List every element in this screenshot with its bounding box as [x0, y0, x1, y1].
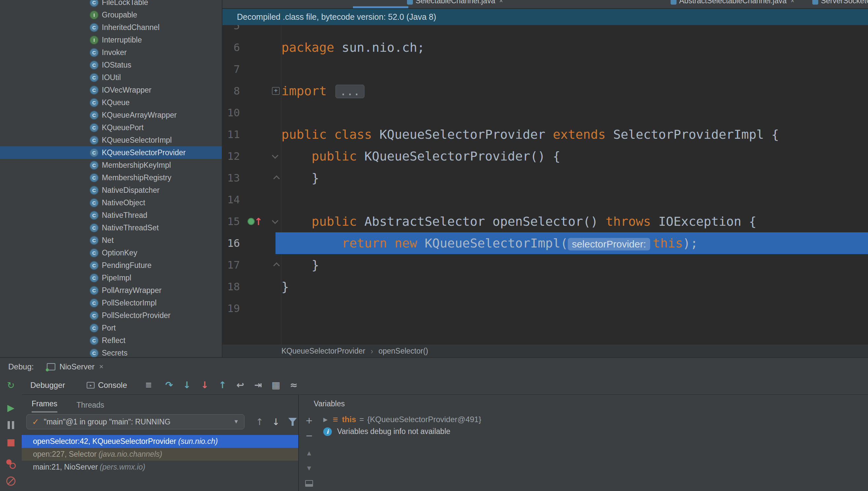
- fold-gutter[interactable]: [270, 219, 282, 224]
- variable-row[interactable]: ▶≡this={KQueueSelectorProvider@491}: [319, 412, 868, 426]
- editor-tab[interactable]: AbstractSelectableChannel.java×: [671, 0, 794, 8]
- tab-debugger[interactable]: Debugger: [30, 381, 65, 390]
- fold-open-icon[interactable]: [272, 218, 279, 224]
- view-options-icon[interactable]: ≡: [145, 379, 152, 391]
- tab-console[interactable]: ▸Console: [87, 381, 127, 390]
- tree-item-kqueuearraywrapper[interactable]: CKQueueArrayWrapper: [0, 109, 222, 121]
- line-number[interactable]: 12: [223, 150, 240, 163]
- expand-arrow-icon[interactable]: ▶: [323, 416, 327, 423]
- code-line-17[interactable]: 17 }: [223, 254, 868, 276]
- tree-item-reflect[interactable]: CReflect: [0, 334, 222, 347]
- tree-item-secrets[interactable]: CSecrets: [0, 347, 222, 357]
- step-into-icon[interactable]: ↓: [183, 380, 191, 391]
- fold-close-icon[interactable]: [273, 175, 280, 182]
- code-line-12[interactable]: 12 public KQueueSelectorProvider() {: [223, 145, 868, 167]
- fold-close-icon[interactable]: [273, 262, 280, 269]
- debug-session-tab[interactable]: NioServer ×: [47, 362, 104, 371]
- override-arrow-icon[interactable]: ↑: [254, 216, 262, 227]
- editor-tab[interactable]: ServerSocketChann×: [812, 0, 868, 8]
- stop-icon[interactable]: ■: [7, 437, 15, 447]
- tree-item-nativethreadset[interactable]: CNativeThreadSet: [0, 222, 222, 234]
- layout-settings-icon[interactable]: ≈: [290, 380, 297, 391]
- tree-item-ioutil[interactable]: CIOUtil: [0, 71, 222, 84]
- fold-gutter[interactable]: +: [270, 87, 282, 95]
- close-session-icon[interactable]: ×: [99, 363, 104, 371]
- line-number[interactable]: 14: [223, 194, 240, 206]
- fold-gutter[interactable]: [270, 176, 282, 180]
- code-line-13[interactable]: 13 }: [223, 167, 868, 189]
- tree-item-groupable[interactable]: IGroupable: [0, 8, 222, 21]
- line-number[interactable]: 15: [223, 215, 240, 228]
- line-number[interactable]: 6: [223, 41, 240, 54]
- code-line-11[interactable]: 11public class KQueueSelectorProvider ex…: [223, 123, 868, 145]
- drop-frame-icon[interactable]: ↩: [236, 380, 244, 391]
- line-number[interactable]: 19: [223, 302, 240, 315]
- tree-item-kqueue[interactable]: CKQueue: [0, 96, 222, 109]
- breadcrumb-item[interactable]: KQueueSelectorProvider: [282, 347, 365, 355]
- run-marker-icon[interactable]: [248, 218, 255, 225]
- fold-gutter[interactable]: [270, 154, 282, 158]
- view-breakpoints-icon[interactable]: [6, 459, 16, 469]
- line-number[interactable]: 17: [223, 259, 240, 271]
- tree-item-optionkey[interactable]: COptionKey: [0, 247, 222, 259]
- force-step-into-icon[interactable]: ↓: [201, 380, 208, 391]
- code-line-18[interactable]: 18}: [223, 276, 868, 297]
- code-line-19[interactable]: 19: [223, 297, 868, 319]
- tree-item-pollselectorimpl[interactable]: CPollSelectorImpl: [0, 296, 222, 309]
- tree-item-kqueueselectorprovider[interactable]: CKQueueSelectorProvider: [0, 146, 222, 159]
- scroll-down-icon[interactable]: ▼: [307, 465, 311, 471]
- frame-row[interactable]: openSelector:42, KQueueSelectorProvider(…: [22, 435, 298, 448]
- tree-item-kqueueport[interactable]: CKQueuePort: [0, 121, 222, 134]
- tree-item-inheritedchannel[interactable]: CInheritedChannel: [0, 21, 222, 34]
- code-line-10[interactable]: 10: [223, 102, 868, 123]
- line-number[interactable]: 10: [223, 107, 240, 119]
- tree-item-filelocktable[interactable]: CFileLockTable: [0, 0, 222, 8]
- tree-item-net[interactable]: CNet: [0, 234, 222, 247]
- tree-item-pipeimpl[interactable]: CPipeImpl: [0, 271, 222, 284]
- hide-frames-filter-icon[interactable]: [288, 418, 297, 426]
- line-number[interactable]: 5: [223, 25, 240, 32]
- tree-item-port[interactable]: CPort: [0, 322, 222, 334]
- fold-open-icon[interactable]: [272, 152, 279, 159]
- frame-row[interactable]: open:227, Selector(java.nio.channels): [22, 448, 298, 461]
- line-number[interactable]: 16: [223, 237, 240, 250]
- code-line-15[interactable]: 15↑ public AbstractSelector openSelector…: [223, 210, 868, 232]
- close-tab-icon[interactable]: ×: [499, 0, 503, 5]
- code-line-6[interactable]: 6package sun.nio.ch;: [223, 36, 868, 58]
- layout-icon[interactable]: [305, 480, 313, 487]
- tree-item-iostatus[interactable]: CIOStatus: [0, 59, 222, 71]
- tree-item-pendingfuture[interactable]: CPendingFuture: [0, 259, 222, 271]
- resume-icon[interactable]: ▶: [7, 402, 15, 413]
- tree-item-nativeobject[interactable]: CNativeObject: [0, 196, 222, 209]
- fold-gutter[interactable]: [270, 263, 282, 267]
- tree-item-pollselectorprovider[interactable]: CPollSelectorProvider: [0, 309, 222, 322]
- tab-frames[interactable]: Frames: [32, 399, 57, 412]
- tree-item-kqueueselectorimpl[interactable]: CKQueueSelectorImpl: [0, 134, 222, 146]
- tree-item-membershipregistry[interactable]: CMembershipRegistry: [0, 171, 222, 184]
- pause-icon[interactable]: [7, 421, 14, 429]
- step-over-icon[interactable]: ↷: [165, 380, 173, 391]
- code-line-5[interactable]: 5: [223, 25, 868, 36]
- tree-item-iovecwrapper[interactable]: CIOVecWrapper: [0, 84, 222, 96]
- prev-frame-icon[interactable]: ↑: [256, 416, 263, 427]
- tree-item-pollarraywrapper[interactable]: CPollArrayWrapper: [0, 284, 222, 296]
- add-watch-icon[interactable]: +: [306, 415, 313, 426]
- scroll-up-icon[interactable]: ▲: [307, 450, 311, 456]
- fold-expand-icon[interactable]: +: [272, 87, 280, 95]
- code-area[interactable]: 56package sun.nio.ch;78+import ...1011pu…: [223, 25, 868, 345]
- line-number[interactable]: 18: [223, 281, 240, 293]
- tree-item-nativethread[interactable]: CNativeThread: [0, 209, 222, 222]
- evaluate-expression-icon[interactable]: ▦: [271, 380, 280, 391]
- line-number[interactable]: 11: [223, 128, 240, 141]
- code-line-16[interactable]: 16 return new KQueueSelectorImpl(selecto…: [223, 232, 868, 254]
- tree-item-membershipkeyimpl[interactable]: CMembershipKeyImpl: [0, 159, 222, 171]
- run-to-cursor-icon[interactable]: ⇥: [254, 380, 262, 391]
- rerun-icon[interactable]: ↻: [7, 380, 15, 391]
- mute-breakpoints-icon[interactable]: [6, 476, 16, 486]
- editor-tab[interactable]: SelectableChannel.java×: [407, 0, 503, 8]
- tree-item-nativedispatcher[interactable]: CNativeDispatcher: [0, 184, 222, 196]
- line-number[interactable]: 13: [223, 172, 240, 184]
- code-line-7[interactable]: 7: [223, 58, 868, 80]
- tab-threads[interactable]: Threads: [77, 401, 104, 412]
- close-tab-icon[interactable]: ×: [790, 0, 794, 5]
